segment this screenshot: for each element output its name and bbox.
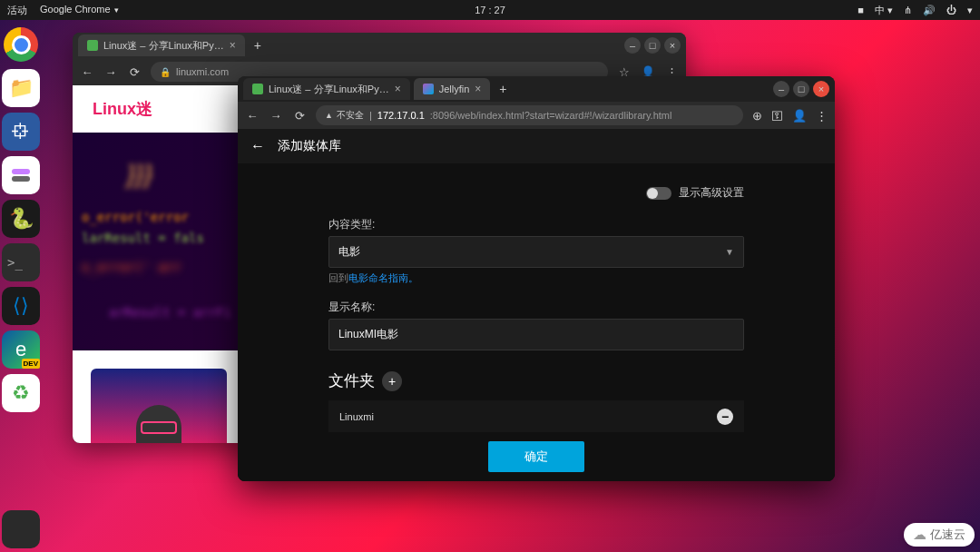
dock-edge-dev[interactable]: eDEV (2, 330, 40, 369)
naming-guide-link[interactable]: 电影命名指南 (348, 272, 408, 283)
tray-icon[interactable]: ■ (858, 5, 864, 15)
app-menu[interactable]: Google Chrome (40, 4, 119, 17)
back-icon[interactable]: ← (80, 65, 94, 79)
display-name-label: 显示名称: (328, 300, 744, 315)
maximize-button[interactable]: □ (644, 37, 661, 54)
remove-folder-button[interactable]: − (717, 409, 733, 425)
key-icon[interactable]: ⚿ (771, 109, 783, 123)
folders-heading: 文件夹 (328, 370, 375, 391)
ok-button[interactable]: 确定 (488, 441, 584, 472)
power-icon[interactable]: ⏻ (946, 5, 956, 15)
folder-row: Linuxmi − (328, 400, 744, 432)
minimize-button[interactable]: – (624, 37, 641, 54)
dock-screenshot[interactable]: ⯐ (2, 113, 40, 151)
activities-button[interactable]: 活动 (7, 4, 27, 17)
maximize-button[interactable]: □ (793, 81, 809, 97)
forward-icon[interactable]: → (103, 65, 118, 79)
back-arrow-icon[interactable]: ← (250, 138, 265, 154)
dock-show-apps[interactable] (2, 510, 40, 548)
close-window-button[interactable]: × (664, 37, 681, 54)
system-menu-icon[interactable]: ▾ (967, 5, 973, 16)
new-tab-button[interactable]: + (494, 82, 512, 96)
not-secure-icon[interactable]: 不安全 (325, 109, 364, 122)
dock: 📁 ⯐ 🐍 >_ ⟨⟩ eDEV ♻ (2, 24, 44, 548)
lock-icon: 🔒 (160, 67, 171, 77)
dock-terminal[interactable]: >_ (2, 243, 40, 281)
dock-trash[interactable]: ♻ (2, 374, 40, 412)
top-panel: 活动 Google Chrome 17 : 27 ■ 中 ▾ ⋔ 🔊 ⏻ ▾ (0, 0, 980, 20)
profile-icon[interactable]: 👤 (792, 109, 807, 123)
hint-suffix: 。 (408, 272, 418, 283)
favicon-icon (252, 84, 263, 94)
tab-title: Jellyfin (439, 84, 470, 94)
folder-path: Linuxmi (339, 411, 374, 422)
advanced-toggle[interactable] (646, 187, 671, 200)
url-host: 172.17.0.1 (377, 110, 425, 121)
minimize-button[interactable]: – (773, 81, 789, 97)
display-name-input[interactable]: LinuxMI电影 (328, 319, 744, 350)
reload-icon[interactable]: ⟳ (127, 65, 142, 79)
select-value: 电影 (338, 244, 360, 260)
tab-linuxmi[interactable]: Linux迷 – 分享Linux和Py… × (78, 34, 245, 56)
new-tab-button[interactable]: + (249, 38, 267, 53)
cloud-icon: ☁ (913, 527, 926, 543)
volume-icon[interactable]: 🔊 (923, 5, 936, 16)
translate-icon[interactable]: ⊕ (752, 109, 762, 123)
advanced-label: 显示高级设置 (679, 185, 744, 201)
tab-jellyfin-active[interactable]: Jellyfin × (414, 78, 491, 100)
url-text: linuxmi.com (176, 66, 229, 77)
close-tab-icon[interactable]: × (475, 83, 481, 95)
chevron-down-icon: ▼ (725, 247, 734, 257)
close-tab-icon[interactable]: × (395, 83, 401, 95)
menu-icon[interactable]: ⋮ (816, 109, 828, 123)
dock-files[interactable]: 📁 (2, 69, 40, 107)
hint-prefix: 回到 (328, 272, 348, 283)
watermark: ☁ 亿速云 (904, 523, 975, 547)
page-title: 添加媒体库 (278, 138, 341, 154)
clock[interactable]: 17 : 27 (475, 5, 505, 15)
address-bar[interactable]: 不安全 | 172.17.0.1:8096/web/index.html?sta… (316, 105, 743, 125)
network-icon[interactable]: ⋔ (904, 5, 912, 16)
favicon-icon (87, 40, 98, 51)
chrome-window-2: Linux迷 – 分享Linux和Py… × Jellyfin × + – □ … (238, 76, 835, 481)
tab-title: Linux迷 – 分享Linux和Py… (269, 83, 389, 96)
close-tab-icon[interactable]: × (230, 39, 236, 52)
form-area: 显示高级设置 内容类型: 电影 ▼ 回到电影命名指南。 显示名称: LinuxM… (238, 163, 835, 432)
dock-python[interactable]: 🐍 (2, 200, 40, 238)
add-folder-button[interactable]: + (382, 371, 402, 391)
dock-chrome[interactable] (4, 27, 38, 62)
tab-title: Linux迷 – 分享Linux和Py… (103, 39, 224, 53)
dock-vscode[interactable]: ⟨⟩ (2, 287, 40, 325)
input-method-icon[interactable]: 中 ▾ (875, 4, 893, 17)
tab-linuxmi-bg[interactable]: Linux迷 – 分享Linux和Py… × (243, 78, 410, 100)
content-type-select[interactable]: 电影 ▼ (328, 236, 744, 268)
article-card[interactable] (91, 369, 227, 443)
forward-icon[interactable]: → (269, 109, 283, 123)
url-path: :8096/web/index.html?start=wizard#!/wiza… (430, 110, 672, 121)
dock-tweaks[interactable] (2, 156, 40, 194)
content-type-label: 内容类型: (328, 217, 744, 232)
page-header: ← 添加媒体库 (238, 129, 835, 163)
back-icon[interactable]: ← (245, 109, 260, 123)
favicon-icon (423, 84, 434, 94)
close-window-button[interactable]: × (813, 81, 829, 97)
reload-icon[interactable]: ⟳ (292, 109, 307, 123)
watermark-text: 亿速云 (930, 527, 965, 543)
